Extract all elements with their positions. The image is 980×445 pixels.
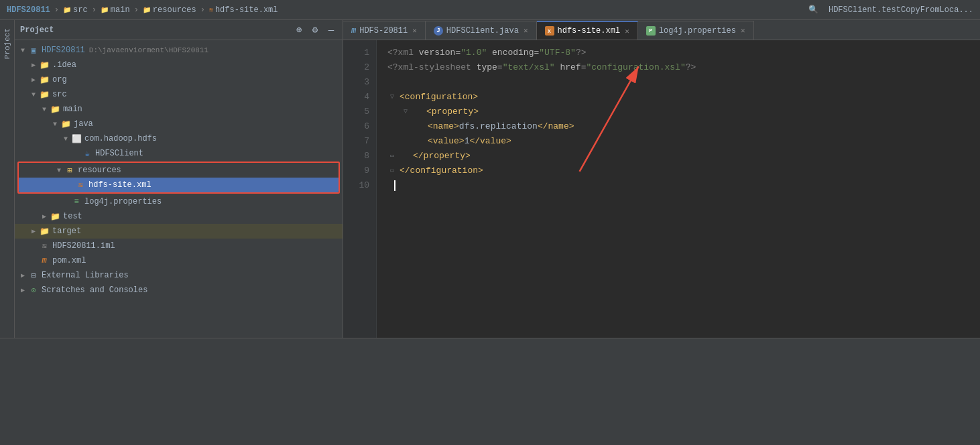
breadcrumb-src[interactable]: 📁 src bbox=[63, 5, 88, 15]
iml-icon: ≋ bbox=[39, 241, 50, 251]
fold-icon-4[interactable]: ▽ bbox=[387, 92, 397, 102]
code-line-9: ▭ </ configuration > bbox=[387, 164, 969, 178]
tree-item-scratches[interactable]: ▶ ⊙ Scratches and Consoles bbox=[15, 283, 343, 298]
fold-icon-9[interactable]: ▭ bbox=[387, 166, 397, 176]
line-numbers: 1 2 3 4 5 6 7 8 9 10 bbox=[343, 40, 377, 338]
text-cursor bbox=[394, 180, 395, 191]
tab-icon-java: J bbox=[434, 26, 443, 36]
arrow-test: ▶ bbox=[39, 211, 50, 222]
folder-icon-test: 📁 bbox=[50, 211, 60, 222]
run-target: 🔍 HDFSClient.testCopyFromLoca... bbox=[808, 5, 973, 15]
tree-item-log4j[interactable]: ▶ ≡ log4j.properties bbox=[15, 194, 343, 209]
arrow-java: ▼ bbox=[50, 119, 60, 129]
tree-item-java[interactable]: ▼ 📁 java bbox=[15, 117, 343, 131]
tab-log4j[interactable]: P log4j.properties ✕ bbox=[638, 21, 754, 40]
code-line-7: < value > 1 </ value > bbox=[387, 134, 969, 149]
tab-hdfs20811[interactable]: m HDFS-20811 ✕ bbox=[343, 21, 426, 40]
fold-icon-5[interactable]: ▽ bbox=[401, 107, 410, 117]
code-line-10 bbox=[387, 178, 969, 193]
project-name: HDFS20811 bbox=[7, 5, 50, 15]
tree-item-idea[interactable]: ▶ 📁 .idea bbox=[15, 58, 343, 72]
code-line-2: <?xml-stylesheet type="text/xsl" href="c… bbox=[387, 60, 969, 75]
tab-icon-props: P bbox=[646, 26, 656, 36]
breadcrumb-resources[interactable]: 📁 resources bbox=[143, 5, 196, 15]
tree-item-target[interactable]: ▶ 📁 target bbox=[15, 224, 343, 239]
tree-item-iml[interactable]: ▶ ≋ HDFS20811.iml bbox=[15, 239, 343, 253]
collapse-icon[interactable]: — bbox=[325, 24, 337, 36]
tab-hdfssite[interactable]: X hdfs-site.xml ✕ bbox=[537, 21, 638, 40]
tab-label-hdfs20811: HDFS-20811 bbox=[359, 26, 408, 36]
tree-item-main[interactable]: ▼ 📁 main bbox=[15, 102, 343, 117]
folder-icon-org: 📁 bbox=[39, 74, 50, 85]
tab-close-hdfssite[interactable]: ✕ bbox=[625, 27, 629, 36]
project-vertical-tab[interactable]: Project bbox=[2, 23, 13, 64]
code-content[interactable]: <?xml version="1.0" encoding="UTF-8" ?> … bbox=[377, 40, 980, 338]
tab-close-hdfsclient[interactable]: ✕ bbox=[524, 26, 528, 35]
tree-item-hdfs-site[interactable]: ▶ ≋ hdfs-site.xml bbox=[19, 178, 339, 192]
tab-hdfsclient[interactable]: J HDFSClient.java ✕ bbox=[426, 21, 537, 40]
hdfsclient-label: HDFSClient bbox=[95, 149, 143, 158]
extlibs-label: External Libraries bbox=[42, 271, 129, 280]
maven-icon: m bbox=[39, 255, 50, 266]
fold-icon-8[interactable]: ▭ bbox=[387, 151, 397, 161]
breadcrumb: HDFS20811 › 📁 src › 📁 main › 📁 resources… bbox=[7, 5, 278, 15]
scratches-icon: ⊙ bbox=[28, 285, 39, 296]
lib-icon: ⊟ bbox=[28, 270, 39, 281]
tab-close-hdfs20811[interactable]: ✕ bbox=[412, 26, 417, 35]
sidebar-actions: ⊕ ⚙ — bbox=[293, 24, 337, 36]
tabs-bar: m HDFS-20811 ✕ J HDFSClient.java ✕ X hdf… bbox=[343, 20, 980, 40]
arrow-src: ▼ bbox=[28, 89, 39, 100]
arrow-package: ▼ bbox=[60, 133, 71, 144]
root-label: HDFS20811 bbox=[42, 46, 85, 55]
project-sidebar: Project ⊕ ⚙ — ▼ ▣ HDFS20811 D:\javaenvio… bbox=[15, 20, 343, 338]
package-icon: ⬜ bbox=[71, 133, 82, 144]
tab-icon-xml: X bbox=[545, 26, 554, 36]
tree-item-package[interactable]: ▼ ⬜ com.hadoop.hdfs bbox=[15, 131, 343, 146]
locate-icon[interactable]: ⊕ bbox=[293, 24, 305, 36]
title-bar: HDFS20811 › 📁 src › 📁 main › 📁 resources… bbox=[0, 0, 980, 20]
tree-item-resources[interactable]: ▼ ⊞ resources bbox=[19, 163, 339, 178]
folder-icon-java: 📁 bbox=[60, 119, 71, 129]
arrow-idea: ▶ bbox=[28, 60, 39, 70]
resources-label: resources bbox=[78, 166, 121, 175]
src-label: src bbox=[52, 90, 67, 99]
main-label: main bbox=[63, 105, 82, 114]
org-label: org bbox=[52, 75, 67, 84]
sidebar-header: Project ⊕ ⚙ — bbox=[15, 20, 343, 40]
tree-item-hdfsclient[interactable]: ▶ ☕ HDFSClient bbox=[15, 146, 343, 161]
arrow-root: ▼ bbox=[17, 45, 28, 56]
arrow-main: ▼ bbox=[39, 104, 50, 115]
settings-icon[interactable]: ⚙ bbox=[309, 24, 321, 36]
test-label: test bbox=[63, 212, 82, 221]
tree-item-root[interactable]: ▼ ▣ HDFS20811 D:\javaenviorment\HDFS2081… bbox=[15, 43, 343, 58]
iml-label: HDFS20811.iml bbox=[52, 241, 115, 251]
tab-label-hdfssite: hdfs-site.xml bbox=[558, 26, 621, 36]
breadcrumb-main[interactable]: 📁 main bbox=[101, 5, 130, 15]
arrow-target: ▶ bbox=[28, 226, 39, 237]
breadcrumb-file[interactable]: ≋ hdfs-site.xml bbox=[209, 5, 278, 15]
main-layout: Project Project ⊕ ⚙ — ▼ ▣ HDFS20811 D:\j… bbox=[0, 20, 980, 338]
tree-item-src[interactable]: ▼ 📁 src bbox=[15, 87, 343, 102]
target-label: target bbox=[52, 227, 81, 236]
tab-close-log4j[interactable]: ✕ bbox=[741, 26, 745, 35]
sidebar-title: Project bbox=[20, 25, 54, 35]
tree-item-extlibs[interactable]: ▶ ⊟ External Libraries bbox=[15, 268, 343, 283]
code-line-5: ▽ < property > bbox=[387, 105, 969, 119]
java-class-icon: ☕ bbox=[82, 148, 93, 159]
tab-icon-m: m bbox=[351, 26, 356, 36]
code-line-6: < name > dfs.replication </ name > bbox=[387, 119, 969, 134]
red-outline-resources: ▼ ⊞ resources ▶ ≋ hdfs-site.xml bbox=[17, 162, 340, 194]
tree-item-org[interactable]: ▶ 📁 org bbox=[15, 72, 343, 87]
code-line-1: <?xml version="1.0" encoding="UTF-8" ?> bbox=[387, 46, 969, 60]
project-tree: ▼ ▣ HDFS20811 D:\javaenviorment\HDFS2081… bbox=[15, 40, 343, 338]
folder-icon-src: 📁 bbox=[39, 89, 50, 100]
props-icon: ≡ bbox=[71, 196, 82, 207]
resources-icon: ⊞ bbox=[64, 165, 75, 176]
log4j-label: log4j.properties bbox=[84, 197, 162, 206]
tree-item-pom[interactable]: ▶ m pom.xml bbox=[15, 253, 343, 268]
pom-label: pom.xml bbox=[52, 256, 86, 265]
tree-item-test[interactable]: ▶ 📁 test bbox=[15, 209, 343, 224]
code-editor: 1 2 3 4 5 6 7 8 9 10 <?xml version="1.0"… bbox=[343, 40, 980, 338]
package-label: com.hadoop.hdfs bbox=[84, 134, 157, 143]
bottom-panel bbox=[0, 338, 980, 445]
